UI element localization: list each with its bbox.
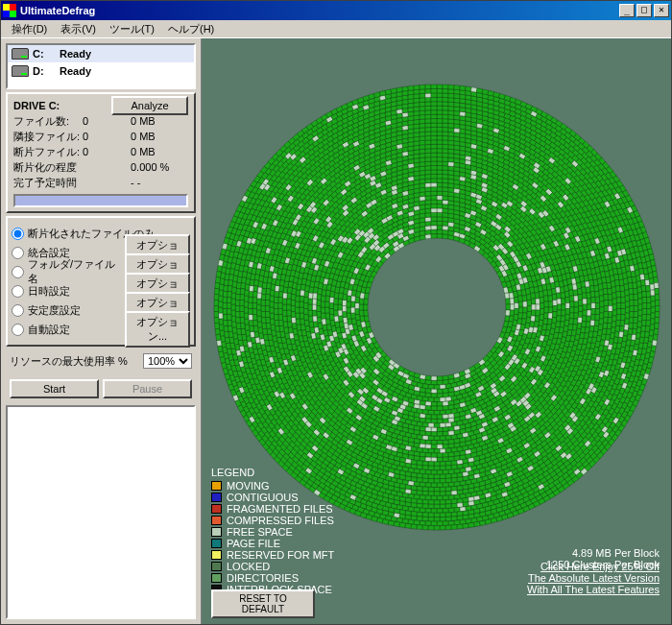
drive-heading: DRIVE C: [13,100,111,111]
legend-label: COMPRESSED FILES [227,515,334,526]
window-title: UltimateDefrag [20,5,619,16]
promo-line-3[interactable]: With All The Latest Features [527,584,660,595]
drive-list[interactable]: C:ReadyD:Ready [6,43,196,89]
legend-label: FRAGMENTED FILES [227,503,333,515]
title-bar[interactable]: UltimateDefrag _ □ ✕ [1,1,671,20]
visualization-panel: LEGEND MOVINGCONTIGUOUSFRAGMENTED FILESC… [202,38,671,624]
drive-info-panel: DRIVE C: Analyze ファイル数:00 MB隣接ファイル:00 MB… [6,92,196,213]
app-icon [3,4,16,17]
drive-icon [12,65,29,77]
log-box[interactable] [6,405,196,619]
drive-row-D[interactable]: D:Ready [8,62,194,80]
legend-item: PAGE FILE [211,538,334,549]
legend-swatch [211,550,222,560]
method-label: 日時設定 [28,284,125,299]
method-option-button-5[interactable]: オプション... [125,311,190,348]
info-row: 断片ファイル:00 MB [13,144,188,159]
menu-tools[interactable]: ツール(T) [103,20,161,38]
promo-line-1[interactable]: Click Here Enjoy 25% Off [540,561,660,572]
legend-swatch [211,539,222,548]
menu-view[interactable]: 表示(V) [54,20,103,38]
legend-item: COMPRESSED FILES [211,515,334,526]
legend-title: LEGEND [211,467,334,478]
menu-bar: 操作(D) 表示(V) ツール(T) ヘルプ(H) [1,20,671,38]
legend-label: RESERVED FOR MFT [227,549,334,561]
drive-label: D: [33,65,60,77]
menu-help[interactable]: ヘルプ(H) [161,20,221,38]
promo-links[interactable]: Click Here Enjoy 25% Off The Absolute La… [527,561,660,595]
left-panel: C:ReadyD:Ready DRIVE C: Analyze ファイル数:00… [1,38,202,624]
legend-swatch [211,481,222,491]
method-label: フォルダ/ファイル名 [28,257,125,286]
method-radio-2[interactable] [12,266,24,278]
drive-icon [12,48,29,60]
close-button[interactable]: ✕ [654,4,669,17]
legend-label: LOCKED [227,561,270,572]
reset-button[interactable]: RESET TO DEFAULT [211,589,315,618]
info-row: 隣接ファイル:00 MB [13,129,188,144]
pause-button[interactable]: Pause [103,379,192,398]
legend-item: RESERVED FOR MFT [211,549,334,561]
resource-select[interactable]: 100% [143,353,192,369]
info-row: 完了予定時間- - [13,175,188,190]
legend-swatch [211,493,222,502]
legend-item: DIRECTORIES [211,572,334,584]
drive-status: Ready [60,48,91,60]
legend-swatch [211,504,222,514]
method-radio-1[interactable] [12,247,24,259]
method-panel: 断片化されたファイルのみ統合設定オプション...フォルダ/ファイル名オプション.… [6,216,196,347]
legend-label: CONTIGUOUS [227,492,299,503]
legend-swatch [211,562,222,571]
drive-label: C: [33,48,60,60]
legend-item: CONTIGUOUS [211,492,334,503]
analyze-button[interactable]: Analyze [111,96,188,115]
promo-line-2[interactable]: The Absolute Latest Version [528,572,660,584]
legend: LEGEND MOVINGCONTIGUOUSFRAGMENTED FILESC… [211,467,334,595]
legend-label: MOVING [227,480,270,492]
menu-ops[interactable]: 操作(D) [5,20,54,38]
drive-row-C[interactable]: C:Ready [8,45,194,62]
resource-row: リソースの最大使用率 % 100% [6,349,196,373]
maximize-button[interactable]: □ [636,4,652,17]
info-row: 断片化の程度0.000 % [13,159,188,175]
main-content: C:ReadyD:Ready DRIVE C: Analyze ファイル数:00… [1,38,671,624]
legend-label: DIRECTORIES [227,572,299,584]
resource-label: リソースの最大使用率 % [10,354,139,369]
legend-swatch [211,573,222,583]
legend-item: FRAGMENTED FILES [211,503,334,515]
legend-label: PAGE FILE [227,538,280,549]
legend-swatch [211,527,222,537]
method-radio-3[interactable] [12,285,24,298]
info-row: ファイル数:00 MB [13,113,188,129]
method-label: 自動設定 [28,323,125,337]
method-radio-5[interactable] [12,324,24,336]
progress-bar [13,194,188,207]
legend-swatch [211,516,222,525]
legend-label: FREE SPACE [227,526,293,538]
disk-map[interactable] [211,82,662,533]
app-window: UltimateDefrag _ □ ✕ 操作(D) 表示(V) ツール(T) … [0,0,672,625]
legend-item: LOCKED [211,561,334,572]
legend-item: FREE SPACE [211,526,334,538]
method-radio-4[interactable] [12,304,24,317]
block-info-1: 4.89 MB Per Block [546,547,660,559]
legend-item: MOVING [211,480,334,492]
method-label: 安定度設定 [28,303,125,318]
drive-status: Ready [60,65,91,77]
method-radio-0[interactable] [12,228,24,240]
method-row-5: 自動設定オプション... [12,320,190,339]
start-button[interactable]: Start [10,379,99,398]
minimize-button[interactable]: _ [619,4,635,17]
